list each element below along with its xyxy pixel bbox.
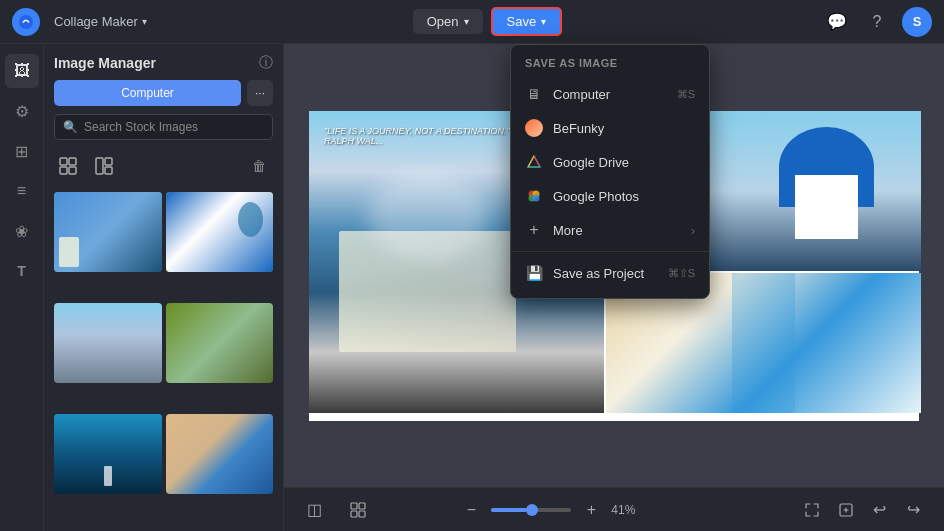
actual-size-button[interactable]: [832, 496, 860, 524]
save-dropdown-menu: Save as Image 🖥 Computer ⌘S BeFunky Goog…: [510, 44, 710, 299]
left-panel: Image Manager ⓘ Computer ··· 🔍 Search St…: [44, 44, 284, 531]
redo-button[interactable]: ↪: [900, 496, 928, 524]
zoom-slider[interactable]: [491, 508, 571, 512]
dropdown-header: Save as Image: [511, 53, 709, 77]
panel-header: Image Manager ⓘ: [54, 54, 273, 72]
zoom-in-button[interactable]: +: [579, 498, 603, 522]
delete-images-button[interactable]: 🗑: [245, 152, 273, 180]
thumbnail-4[interactable]: [166, 303, 274, 383]
layout-tools: 🗑: [54, 148, 273, 184]
svg-line-4: [528, 156, 534, 167]
dropdown-item-more[interactable]: + More ›: [511, 213, 709, 247]
help-icon[interactable]: ?: [862, 7, 892, 37]
layers-button[interactable]: ◫: [300, 496, 328, 524]
rail-adjust-icon[interactable]: ⚙: [5, 94, 39, 128]
icon-rail: 🖼 ⚙ ⊞ ≡ ❀ T: [0, 44, 44, 531]
svg-rect-18: [351, 511, 357, 517]
befunky-icon: [525, 119, 543, 137]
plus-icon: +: [525, 221, 543, 239]
svg-rect-14: [105, 158, 112, 165]
panel-buttons: Computer ···: [54, 80, 273, 106]
dropdown-item-save-project[interactable]: 💾 Save as Project ⌘⇧S: [511, 256, 709, 290]
grid-toggle-button[interactable]: [344, 496, 372, 524]
dropdown-divider: [511, 251, 709, 252]
app-logo: [12, 8, 40, 36]
svg-rect-9: [60, 158, 67, 165]
zoom-out-button[interactable]: −: [459, 498, 483, 522]
thumbnail-6[interactable]: [166, 414, 274, 494]
search-bar[interactable]: 🔍 Search Stock Images: [54, 114, 273, 140]
grid-layout-2-button[interactable]: [90, 152, 118, 180]
collage-quote: "LIFE IS A JOURNEY, NOT A DESTINATION." …: [324, 126, 524, 146]
info-icon[interactable]: ⓘ: [259, 54, 273, 72]
svg-rect-15: [105, 167, 112, 174]
grid-layout-1-button[interactable]: [54, 152, 82, 180]
dropdown-item-befunky[interactable]: BeFunky: [511, 111, 709, 145]
svg-line-2: [534, 156, 540, 167]
thumbnail-2[interactable]: [166, 192, 274, 272]
dropdown-item-computer[interactable]: 🖥 Computer ⌘S: [511, 77, 709, 111]
dropdown-item-gdrive[interactable]: Google Drive: [511, 145, 709, 179]
app-name-button[interactable]: Collage Maker ▾: [48, 10, 153, 33]
google-photos-icon: [525, 187, 543, 205]
thumbnail-5[interactable]: [54, 414, 162, 494]
topbar-center: Open ▾ Save ▾: [161, 7, 814, 36]
thumbnail-1[interactable]: [54, 192, 162, 272]
svg-rect-19: [359, 511, 365, 517]
bottom-right-buttons: ↩ ↪: [798, 496, 928, 524]
monitor-icon: 🖥: [525, 85, 543, 103]
svg-rect-16: [351, 503, 357, 509]
svg-point-8: [533, 195, 540, 202]
rail-photos-icon[interactable]: 🖼: [5, 54, 39, 88]
search-placeholder: Search Stock Images: [84, 120, 198, 134]
svg-marker-1: [528, 156, 540, 167]
rail-typography-icon[interactable]: T: [5, 254, 39, 288]
topbar: Collage Maker ▾ Open ▾ Save ▾ 💬 ? S Save…: [0, 0, 944, 44]
dropdown-item-gphotos[interactable]: Google Photos: [511, 179, 709, 213]
svg-rect-12: [69, 167, 76, 174]
main-content: 🖼 ⚙ ⊞ ≡ ❀ T Image Manager ⓘ Computer ···…: [0, 44, 944, 531]
bottom-bar: ◫ − + 41%: [284, 487, 944, 531]
more-options-button[interactable]: ···: [247, 80, 273, 106]
rail-text-icon[interactable]: ≡: [5, 174, 39, 208]
image-grid: [54, 192, 273, 521]
zoom-controls: − + 41%: [459, 498, 639, 522]
user-avatar[interactable]: S: [902, 7, 932, 37]
search-icon: 🔍: [63, 120, 78, 134]
zoom-percent: 41%: [611, 503, 639, 517]
svg-rect-17: [359, 503, 365, 509]
save-project-icon: 💾: [525, 264, 543, 282]
chat-icon[interactable]: 💬: [822, 7, 852, 37]
google-drive-icon: [525, 153, 543, 171]
rail-layout-icon[interactable]: ⊞: [5, 134, 39, 168]
svg-rect-13: [96, 158, 103, 174]
svg-point-0: [19, 15, 33, 29]
fit-screen-button[interactable]: [798, 496, 826, 524]
computer-upload-button[interactable]: Computer: [54, 80, 241, 106]
rail-elements-icon[interactable]: ❀: [5, 214, 39, 248]
svg-rect-11: [60, 167, 67, 174]
save-button[interactable]: Save ▾: [491, 7, 563, 36]
panel-title: Image Manager: [54, 55, 156, 71]
open-button[interactable]: Open ▾: [413, 9, 483, 34]
topbar-right: 💬 ? S: [822, 7, 932, 37]
svg-rect-10: [69, 158, 76, 165]
undo-button[interactable]: ↩: [866, 496, 894, 524]
chevron-right-icon: ›: [691, 223, 695, 238]
thumbnail-3[interactable]: [54, 303, 162, 383]
